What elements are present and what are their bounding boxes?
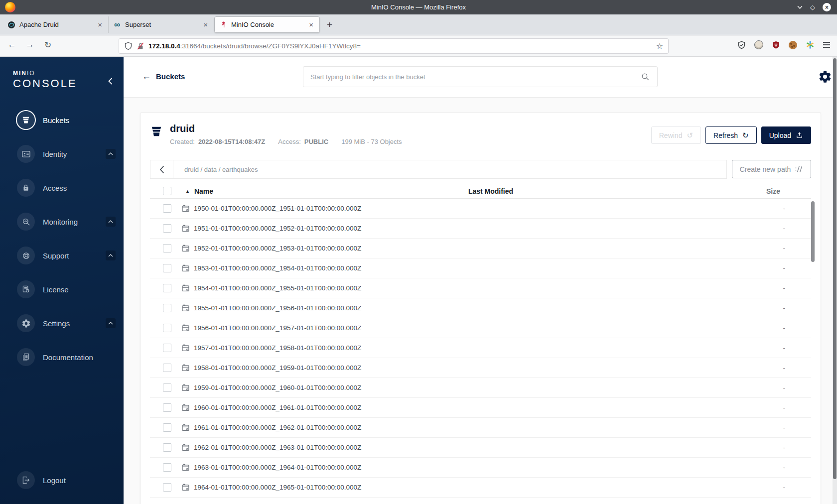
- access-value[interactable]: PUBLIC: [304, 138, 328, 145]
- tab-close-icon[interactable]: ×: [96, 20, 104, 29]
- sidebar-item-settings[interactable]: Settings: [0, 306, 124, 340]
- row-checkbox[interactable]: [163, 483, 171, 492]
- sidebar-item-identity[interactable]: Identity: [0, 137, 124, 171]
- table-row[interactable]: 1950-01-01T00:00:00.000Z_1951-01-01T00:0…: [150, 199, 811, 219]
- rewind-button[interactable]: Rewind↺: [651, 126, 701, 144]
- sidebar-item-access[interactable]: Access: [0, 171, 124, 205]
- url-bar[interactable]: 172.18.0.4:31664/buckets/druid/browse/ZG…: [119, 38, 669, 54]
- table-row[interactable]: 1952-01-01T00:00:00.000Z_1953-01-01T00:0…: [150, 239, 811, 258]
- table-row[interactable]: 1962-01-01T00:00:00.000Z_1963-01-01T00:0…: [150, 438, 811, 458]
- table-row[interactable]: 1951-01-01T00:00:00.000Z_1952-01-01T00:0…: [150, 219, 811, 239]
- sidebar-item-monitoring[interactable]: Monitoring: [0, 205, 124, 239]
- chevron-up-icon[interactable]: [106, 149, 116, 159]
- page-scrollbar[interactable]: [833, 57, 837, 504]
- row-checkbox[interactable]: [163, 364, 171, 372]
- menu-icon[interactable]: [823, 42, 830, 48]
- table-row[interactable]: 1958-01-01T00:00:00.000Z_1959-01-01T00:0…: [150, 358, 811, 378]
- row-checkbox[interactable]: [163, 463, 171, 472]
- shield-icon[interactable]: [124, 42, 133, 50]
- tab-superset[interactable]: ∞ Superset ×: [109, 16, 214, 33]
- row-checkbox[interactable]: [163, 284, 171, 292]
- prefix-folder-icon: [181, 244, 190, 252]
- row-checkbox[interactable]: [163, 383, 171, 392]
- extension-asterisk-icon[interactable]: [806, 40, 815, 49]
- extension-avatar-icon[interactable]: [754, 40, 763, 49]
- table-row[interactable]: 1954-01-01T00:00:00.000Z_1955-01-01T00:0…: [150, 278, 811, 298]
- size-column-header[interactable]: Size: [588, 187, 811, 195]
- window-minimize-icon[interactable]: [797, 5, 803, 9]
- insecure-lock-icon[interactable]: [137, 42, 144, 50]
- tab-minio-console[interactable]: MinIO Console ×: [214, 16, 320, 33]
- table-row[interactable]: 1956-01-01T00:00:00.000Z_1957-01-01T00:0…: [150, 318, 811, 338]
- name-column-header[interactable]: ▲ Name: [175, 187, 394, 195]
- path-back-chevron-icon[interactable]: [150, 160, 173, 178]
- new-tab-button[interactable]: +: [320, 19, 339, 30]
- forward-button[interactable]: →: [23, 40, 36, 50]
- object-name: 1956-01-01T00:00:00.000Z_1957-01-01T00:0…: [194, 324, 361, 332]
- window-close-icon[interactable]: ×: [823, 3, 831, 11]
- tab-apache-druid[interactable]: Apache Druid ×: [3, 16, 109, 33]
- tab-close-icon[interactable]: ×: [307, 20, 315, 29]
- chevron-up-icon[interactable]: [106, 251, 116, 260]
- search-input[interactable]: [310, 73, 641, 81]
- table-row[interactable]: 1963-01-01T00:00:00.000Z_1964-01-01T00:0…: [150, 458, 811, 478]
- table-row[interactable]: 1961-01-01T00:00:00.000Z_1962-01-01T00:0…: [150, 418, 811, 438]
- row-checkbox[interactable]: [163, 403, 171, 412]
- sidebar-collapse-icon[interactable]: [108, 78, 113, 85]
- row-checkbox[interactable]: [163, 443, 171, 452]
- create-new-path-button[interactable]: Create new path: [732, 160, 811, 178]
- sidebar-item-license[interactable]: License: [0, 272, 124, 306]
- sidebar-item-support[interactable]: Support: [0, 239, 124, 272]
- object-name: 1952-01-01T00:00:00.000Z_1953-01-01T00:0…: [194, 245, 361, 252]
- sidebar-item-logout[interactable]: Logout: [0, 463, 124, 497]
- row-checkbox[interactable]: [163, 344, 171, 352]
- bucket-summary: 199 MiB - 73 Objects: [341, 138, 402, 145]
- row-checkbox[interactable]: [163, 204, 171, 213]
- chevron-up-icon[interactable]: [106, 217, 116, 227]
- row-checkbox[interactable]: [163, 264, 171, 272]
- tab-close-icon[interactable]: ×: [202, 20, 209, 29]
- firefox-window: MinIO Console — Mozilla Firefox ◇ × Apac…: [0, 0, 837, 504]
- page-scrollbar-thumb[interactable]: [833, 58, 837, 479]
- bookmark-star-icon[interactable]: ☆: [656, 41, 663, 51]
- table-row[interactable]: 1957-01-01T00:00:00.000Z_1958-01-01T00:0…: [150, 338, 811, 358]
- cookie-icon[interactable]: [789, 41, 797, 49]
- prefix-folder-icon: [181, 264, 190, 272]
- size-cell: -: [588, 304, 811, 312]
- row-checkbox[interactable]: [163, 224, 171, 233]
- size-cell: -: [588, 404, 811, 411]
- upload-button[interactable]: Upload: [761, 126, 811, 144]
- table-row[interactable]: 1964-01-01T00:00:00.000Z_1965-01-01T00:0…: [150, 478, 811, 498]
- sidebar-item-documentation[interactable]: Documentation: [0, 340, 124, 374]
- upload-icon: [796, 131, 803, 139]
- window-maximize-icon[interactable]: ◇: [810, 4, 815, 10]
- row-checkbox[interactable]: [163, 423, 171, 432]
- console-settings-gear-icon[interactable]: [818, 70, 832, 84]
- back-button[interactable]: ←: [5, 40, 18, 50]
- last-modified-column-header[interactable]: Last Modified: [394, 187, 588, 195]
- license-icon: [21, 285, 30, 294]
- access-label: Access:: [278, 138, 301, 145]
- select-all-checkbox[interactable]: [163, 187, 171, 195]
- object-filter-search[interactable]: [303, 66, 658, 87]
- row-checkbox[interactable]: [163, 244, 171, 252]
- object-name: 1951-01-01T00:00:00.000Z_1952-01-01T00:0…: [194, 225, 361, 232]
- row-checkbox[interactable]: [163, 324, 171, 332]
- ublock-icon[interactable]: [772, 41, 780, 49]
- chevron-up-icon[interactable]: [106, 318, 116, 328]
- table-scrollbar-thumb[interactable]: [811, 201, 815, 262]
- row-checkbox[interactable]: [163, 304, 171, 312]
- object-name: 1959-01-01T00:00:00.000Z_1960-01-01T00:0…: [194, 384, 361, 391]
- table-row[interactable]: 1960-01-01T00:00:00.000Z_1961-01-01T00:0…: [150, 398, 811, 418]
- table-row[interactable]: 1955-01-01T00:00:00.000Z_1956-01-01T00:0…: [150, 298, 811, 318]
- breadcrumb[interactable]: druid / data / earthquakes: [184, 166, 258, 173]
- table-row[interactable]: 1959-01-01T00:00:00.000Z_1960-01-01T00:0…: [150, 378, 811, 398]
- back-to-buckets-link[interactable]: ← Buckets: [142, 71, 185, 82]
- extension-shield-icon[interactable]: [737, 41, 746, 49]
- id-card-icon: [21, 149, 31, 159]
- reload-button[interactable]: ↻: [41, 40, 54, 50]
- table-row[interactable]: 1953-01-01T00:00:00.000Z_1954-01-01T00:0…: [150, 258, 811, 278]
- sidebar-item-buckets[interactable]: Buckets: [0, 103, 124, 137]
- size-cell: -: [588, 464, 811, 471]
- refresh-button[interactable]: Refresh↻: [705, 126, 757, 144]
